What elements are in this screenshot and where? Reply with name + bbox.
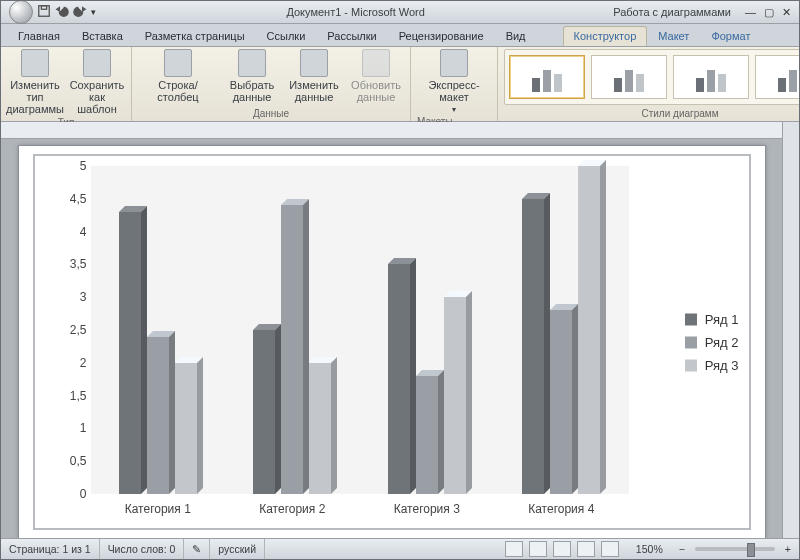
horizontal-ruler[interactable] — [1, 122, 782, 139]
style-thumb-4[interactable] — [755, 55, 800, 99]
chart-type-icon — [21, 49, 49, 77]
quick-access-toolbar: ▾ — [1, 0, 104, 24]
zoom-control[interactable]: −+ — [671, 539, 799, 559]
tab-mail[interactable]: Рассылки — [316, 26, 387, 46]
bar-series2-cat3[interactable] — [416, 376, 438, 494]
switch-row-col-button[interactable]: Строка/столбец — [138, 49, 218, 103]
titlebar: ▾ Документ1 - Microsoft Word Работа с ди… — [1, 1, 799, 24]
save-icon[interactable] — [37, 4, 51, 20]
group-layouts: Экспресс-макет▾ Макеты диаграмм — [411, 47, 498, 121]
switch-icon — [164, 49, 192, 77]
bar-series1-cat1[interactable] — [119, 212, 141, 494]
status-page[interactable]: Страница: 1 из 1 — [1, 539, 100, 559]
zoom-slider[interactable] — [695, 547, 775, 551]
y-tick-label: 5 — [47, 159, 87, 173]
y-tick-label: 3 — [47, 290, 87, 304]
svg-rect-1 — [41, 6, 46, 10]
x-tick-label: Категория 3 — [394, 502, 460, 516]
status-word-count[interactable]: Число слов: 0 — [100, 539, 185, 559]
chart-object[interactable]: 00,511,522,533,544,55Категория 1Категори… — [33, 154, 751, 530]
y-tick-label: 1,5 — [47, 389, 87, 403]
legend-item-1[interactable]: Ряд 1 — [685, 312, 739, 327]
bar-series2-cat2[interactable] — [281, 205, 303, 494]
tab-layout[interactable]: Разметка страницы — [134, 26, 256, 46]
bar-series3-cat4[interactable] — [578, 166, 600, 494]
tab-format[interactable]: Формат — [700, 26, 761, 46]
chart-plot-area: 00,511,522,533,544,55Категория 1Категори… — [91, 166, 629, 494]
group-data: Строка/столбец Выбрать данные Изменить д… — [132, 47, 411, 121]
y-tick-label: 4 — [47, 225, 87, 239]
style-thumb-1[interactable] — [509, 55, 585, 99]
tab-home[interactable]: Главная — [7, 26, 71, 46]
bar-series1-cat4[interactable] — [522, 199, 544, 494]
tab-review[interactable]: Рецензирование — [388, 26, 495, 46]
style-thumb-2[interactable] — [591, 55, 667, 99]
status-language[interactable]: русский — [210, 539, 265, 559]
maximize-button[interactable]: ▢ — [764, 6, 774, 19]
svg-rect-0 — [39, 6, 50, 17]
refresh-icon — [362, 49, 390, 77]
group-styles: ▲▼▾ Стили диаграмм — [498, 47, 800, 121]
x-tick-label: Категория 2 — [259, 502, 325, 516]
ribbon-tabs: Главная Вставка Разметка страницы Ссылки… — [1, 24, 799, 47]
view-fullscreen[interactable] — [529, 541, 547, 557]
y-tick-label: 2 — [47, 356, 87, 370]
minimize-button[interactable]: — — [745, 6, 756, 19]
view-outline[interactable] — [577, 541, 595, 557]
window-controls: — ▢ ✕ — [737, 6, 799, 19]
tab-design[interactable]: Конструктор — [563, 26, 648, 46]
redo-icon[interactable] — [73, 4, 87, 20]
view-web[interactable] — [553, 541, 571, 557]
close-button[interactable]: ✕ — [782, 6, 791, 19]
window-title: Документ1 - Microsoft Word — [104, 6, 607, 18]
status-spellcheck[interactable]: ✎ — [184, 539, 210, 559]
y-tick-label: 1 — [47, 421, 87, 435]
spellcheck-icon: ✎ — [192, 543, 201, 555]
save-template-button[interactable]: Сохранить как шаблон — [69, 49, 125, 115]
qat-more-icon[interactable]: ▾ — [91, 7, 96, 17]
style-thumb-3[interactable] — [673, 55, 749, 99]
edit-data-icon — [300, 49, 328, 77]
edit-data-button[interactable]: Изменить данные — [286, 49, 342, 103]
tab-insert[interactable]: Вставка — [71, 26, 134, 46]
bar-series3-cat1[interactable] — [175, 363, 197, 494]
bar-series3-cat3[interactable] — [444, 297, 466, 494]
chart-legend: Ряд 1 Ряд 2 Ряд 3 — [685, 304, 739, 381]
legend-item-3[interactable]: Ряд 3 — [685, 358, 739, 373]
y-tick-label: 4,5 — [47, 192, 87, 206]
group-type: Изменить тип диаграммы Сохранить как шаб… — [1, 47, 132, 121]
tab-chart-layout[interactable]: Макет — [647, 26, 700, 46]
y-tick-label: 0,5 — [47, 454, 87, 468]
select-data-button[interactable]: Выбрать данные — [224, 49, 280, 103]
document-page: 00,511,522,533,544,55Категория 1Категори… — [18, 145, 766, 538]
word-window: ▾ Документ1 - Microsoft Word Работа с ди… — [0, 0, 800, 560]
select-data-icon — [238, 49, 266, 77]
group-styles-label: Стили диаграмм — [641, 106, 718, 119]
template-icon — [83, 49, 111, 77]
tab-view[interactable]: Вид — [495, 26, 537, 46]
context-title: Работа с диаграммами — [607, 6, 737, 18]
zoom-out-icon[interactable]: − — [679, 543, 685, 555]
bar-series2-cat4[interactable] — [550, 310, 572, 494]
quick-layout-button[interactable]: Экспресс-макет▾ — [417, 49, 491, 114]
x-tick-label: Категория 4 — [528, 502, 594, 516]
view-print-layout[interactable] — [505, 541, 523, 557]
view-buttons — [496, 539, 628, 559]
change-chart-type-button[interactable]: Изменить тип диаграммы — [7, 49, 63, 115]
zoom-in-icon[interactable]: + — [785, 543, 791, 555]
bar-series3-cat2[interactable] — [309, 363, 331, 494]
office-button[interactable] — [9, 0, 33, 24]
bar-series1-cat3[interactable] — [388, 264, 410, 494]
ribbon: Изменить тип диаграммы Сохранить как шаб… — [1, 47, 799, 122]
bar-series1-cat2[interactable] — [253, 330, 275, 494]
bar-series2-cat1[interactable] — [147, 337, 169, 494]
view-draft[interactable] — [601, 541, 619, 557]
tab-links[interactable]: Ссылки — [256, 26, 317, 46]
legend-item-2[interactable]: Ряд 2 — [685, 335, 739, 350]
zoom-level[interactable]: 150% — [628, 539, 671, 559]
x-tick-label: Категория 1 — [125, 502, 191, 516]
vertical-scrollbar[interactable] — [782, 122, 799, 538]
refresh-data-button[interactable]: Обновить данные — [348, 49, 404, 103]
y-tick-label: 0 — [47, 487, 87, 501]
undo-icon[interactable] — [55, 4, 69, 20]
